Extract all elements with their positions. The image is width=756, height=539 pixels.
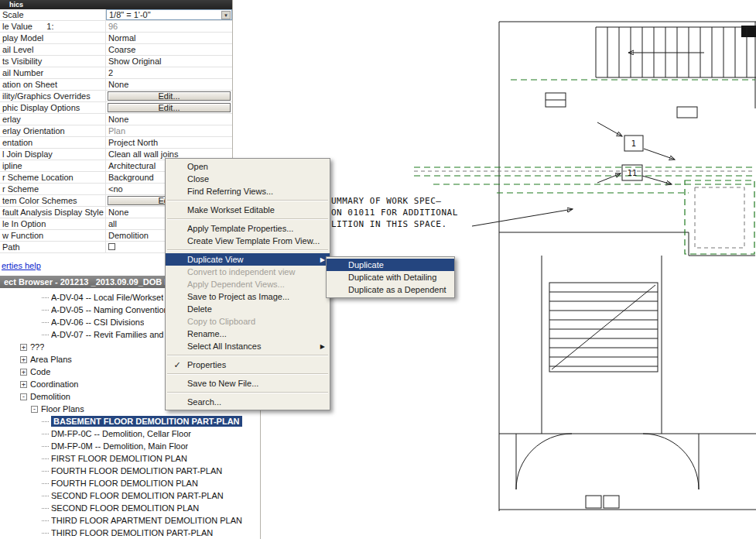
tree-expand-icon[interactable]: + <box>20 369 27 376</box>
tree-expand-icon[interactable]: + <box>20 381 27 388</box>
property-value[interactable]: None <box>106 114 232 125</box>
context-menu-item[interactable]: Select All Instances ▶ <box>166 340 330 352</box>
revit-workspace: { "colors": { "selection": "#24457f", "m… <box>0 0 756 539</box>
tree-expand-icon[interactable]: - <box>31 406 38 413</box>
tree-item-label[interactable]: SECOND FLOOR DEMOLITION PART-PLAN <box>51 491 224 500</box>
tree-item[interactable]: THIRD FLOOR DEMOLITION PART-PLAN <box>0 527 260 539</box>
property-row[interactable]: play Model Normal <box>0 33 232 44</box>
context-menu-item[interactable]: Find Referring Views... <box>166 185 330 197</box>
context-menu-item[interactable]: Duplicate View ▶ <box>166 253 330 266</box>
context-menu-item[interactable]: Open <box>166 160 330 173</box>
property-value-text: Show Original <box>108 57 161 66</box>
context-menu-item[interactable]: Save to New File... <box>166 377 330 390</box>
tree-item-label[interactable]: A-DV-05 -- Naming Convention <box>51 305 169 314</box>
property-value[interactable]: Show Original <box>106 56 232 67</box>
graphics-section-header[interactable]: hics <box>0 0 232 9</box>
property-value[interactable]: Normal <box>106 33 232 43</box>
submenu-item[interactable]: Duplicate as a Dependent <box>327 283 454 296</box>
context-menu-item[interactable]: Search... <box>166 396 330 408</box>
tree-item[interactable]: SECOND FLOOR DEMOLITION PLAN <box>0 502 260 514</box>
annotation-text-line: LITION IN THIS SPACE. <box>331 219 447 229</box>
property-row[interactable]: Scale 1/8" = 1'-0" ▼ <box>0 9 232 21</box>
tree-connector <box>42 508 49 509</box>
property-row[interactable]: erlay None <box>0 114 232 125</box>
tree-item-label[interactable]: FOURTH FLOOR DEMOLITION PART-PLAN <box>51 466 222 475</box>
context-menu-item[interactable]: Make Workset Editable <box>166 204 330 216</box>
property-row[interactable]: erlay Orientation Plan <box>0 125 232 137</box>
property-row[interactable]: ail Level Coarse <box>0 44 232 56</box>
property-row[interactable]: ts Visibility Show Original <box>0 56 232 67</box>
context-menu-item[interactable] <box>167 392 328 393</box>
tree-item-label[interactable]: Code <box>30 367 50 376</box>
tree-item[interactable]: DM-FP-0C -- Demolition, Cellar Floor <box>0 427 260 440</box>
context-menu-item[interactable]: Rename... <box>166 328 330 340</box>
tree-item-label[interactable]: A-DV-07 -- Revit Families and <box>51 330 164 339</box>
tree-item-label[interactable]: THIRD FLOOR DEMOLITION PART-PLAN <box>51 528 213 537</box>
tree-item-label[interactable]: Floor Plans <box>41 404 84 414</box>
context-menu-item[interactable] <box>167 355 328 356</box>
tree-item-label[interactable]: THIRD FLOOR APARTMENT DEMOLITION PLAN <box>51 516 242 525</box>
tree-item-label[interactable]: DM-FP-0M -- Demolition, Main Floor <box>51 441 188 451</box>
tree-item-label[interactable]: BASEMENT FLOOR DEMOLITION PART-PLAN <box>51 416 242 427</box>
tree-item[interactable]: FOURTH FLOOR DEMOLITION PLAN <box>0 477 260 489</box>
property-value-text: Normal <box>108 33 135 43</box>
tree-item-label[interactable]: Coordination <box>30 379 78 389</box>
tree-item[interactable]: SECOND FLOOR DEMOLITION PART-PLAN <box>0 489 260 502</box>
context-menu-item[interactable]: Apply Dependent Views... <box>166 278 330 290</box>
property-value[interactable]: 1/8" = 1'-0" ▼ <box>106 9 232 20</box>
context-menu-item[interactable]: Convert to independent view <box>166 266 330 278</box>
context-menu-item[interactable]: Save to Project as Image... <box>166 290 330 303</box>
tree-item[interactable]: FIRST FLOOR DEMOLITION PLAN <box>0 452 260 465</box>
tree-item-label[interactable]: Demolition <box>30 392 70 401</box>
tree-item-label[interactable]: A-DV-06 -- CSI Divisions <box>51 318 144 327</box>
property-value[interactable]: None <box>106 79 232 90</box>
context-menu-item[interactable]: Copy to Clipboard <box>166 315 330 328</box>
property-row[interactable]: ail Number 2 <box>0 67 232 79</box>
context-menu-item[interactable]: Delete <box>166 303 330 315</box>
properties-help-link[interactable]: erties help <box>2 261 41 270</box>
tree-item-label[interactable]: SECOND FLOOR DEMOLITION PLAN <box>51 503 199 513</box>
submenu-item[interactable]: Duplicate <box>327 259 454 271</box>
property-value[interactable]: Plan <box>106 125 232 136</box>
property-value[interactable]: Edit... <box>108 103 231 112</box>
tree-expand-icon[interactable]: - <box>20 393 27 400</box>
tree-item-label[interactable]: FIRST FLOOR DEMOLITION PLAN <box>51 454 187 463</box>
property-value[interactable]: Coarse <box>106 44 232 55</box>
tree-item[interactable]: BASEMENT FLOOR DEMOLITION PART-PLAN <box>0 415 260 427</box>
property-label: ail Level <box>0 44 106 55</box>
property-row[interactable]: le Value 1: 96 <box>0 21 232 33</box>
submenu-item[interactable]: Duplicate with Detailing <box>327 271 454 283</box>
tree-item[interactable]: THIRD FLOOR APARTMENT DEMOLITION PLAN <box>0 514 260 527</box>
property-row[interactable]: ility/Graphics Overrides Edit... <box>0 91 232 102</box>
view-tag[interactable]: 1 <box>624 136 643 151</box>
property-row[interactable]: ation on Sheet None <box>0 79 232 91</box>
tree-item-label[interactable]: ??? <box>30 342 44 352</box>
property-value[interactable]: Edit... <box>108 91 231 101</box>
context-menu-item[interactable]: ✓ Properties <box>166 359 330 371</box>
menu-item-label: Convert to independent view <box>187 267 295 276</box>
property-row[interactable]: entation Project North <box>0 137 232 149</box>
tree-item[interactable]: FOURTH FLOOR DEMOLITION PART-PLAN <box>0 465 260 477</box>
tree-item-label[interactable]: FOURTH FLOOR DEMOLITION PLAN <box>51 479 198 488</box>
tree-item-label[interactable]: Area Plans <box>30 355 72 364</box>
property-value[interactable]: 2 <box>106 67 232 78</box>
context-menu-item[interactable]: Close <box>166 173 330 185</box>
tree-expand-icon[interactable]: + <box>20 344 27 351</box>
dropdown-arrow-icon[interactable]: ▼ <box>221 11 231 19</box>
context-menu-item[interactable] <box>167 218 328 220</box>
tree-item-label[interactable]: DM-FP-0C -- Demolition, Cellar Floor <box>51 429 191 438</box>
property-row[interactable]: phic Display Options Edit... <box>0 102 232 114</box>
context-menu-item[interactable] <box>167 249 328 251</box>
context-menu-item[interactable] <box>167 373 328 375</box>
property-value[interactable]: Project North <box>106 137 232 148</box>
tree-item-label[interactable]: A-DV-04 -- Local File/Workset <box>51 293 163 302</box>
tree-item[interactable]: DM-FP-0M -- Demolition, Main Floor <box>0 440 260 452</box>
property-label: l Join Display <box>0 149 106 160</box>
tree-expand-icon[interactable]: + <box>20 356 27 363</box>
context-menu-item[interactable]: Apply Template Properties... <box>166 222 330 235</box>
tree-connector <box>42 421 49 422</box>
context-menu-item[interactable]: Create View Template From View... <box>166 235 330 247</box>
property-value[interactable]: 96 <box>106 21 232 32</box>
tree-connector <box>42 335 49 335</box>
context-menu-item[interactable] <box>167 200 328 201</box>
